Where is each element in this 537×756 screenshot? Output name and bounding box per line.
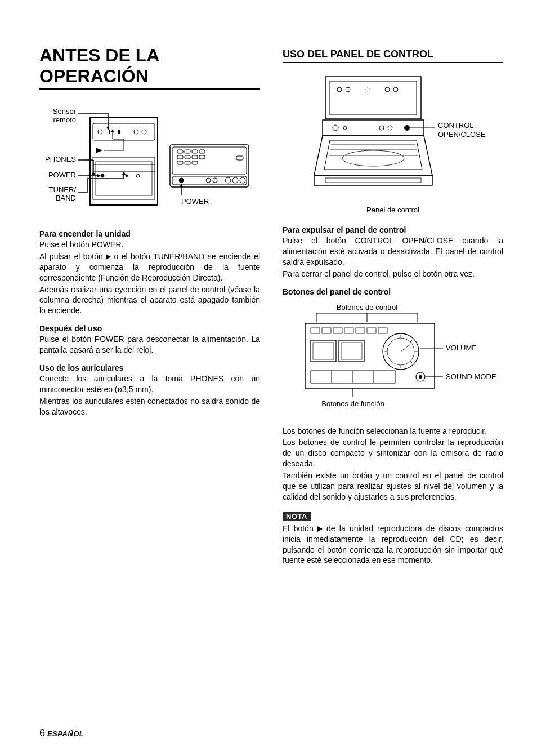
svg-marker-55 bbox=[180, 184, 183, 187]
para-buttons-3: También existe un botón y un control en … bbox=[283, 470, 503, 502]
svg-point-32 bbox=[136, 174, 140, 177]
figure-unit-front: Sensor remoto PHONES POWER TUNER/ BAND bbox=[39, 105, 260, 218]
label-control-l2: OPEN/CLOSE bbox=[438, 130, 486, 139]
svg-rect-90 bbox=[311, 340, 336, 362]
svg-point-59 bbox=[346, 87, 350, 92]
svg-marker-71 bbox=[324, 140, 422, 170]
svg-marker-20 bbox=[96, 148, 102, 153]
svg-rect-37 bbox=[192, 150, 198, 153]
fig2-caption: Panel de control bbox=[283, 206, 503, 214]
svg-point-30 bbox=[101, 174, 104, 177]
svg-line-102 bbox=[389, 361, 391, 363]
para-buttons-2: Los botones de control le permiten contr… bbox=[283, 437, 503, 469]
subhead-after-use: Después del uso bbox=[39, 324, 260, 333]
svg-rect-44 bbox=[185, 161, 190, 164]
para-power-2: Al pulsar el botón o el botón TUNER/BAND… bbox=[39, 251, 260, 283]
svg-rect-41 bbox=[192, 155, 198, 159]
svg-point-68 bbox=[404, 125, 410, 131]
svg-rect-35 bbox=[177, 150, 183, 153]
svg-rect-77 bbox=[325, 178, 421, 183]
svg-marker-25 bbox=[111, 129, 114, 132]
svg-rect-13 bbox=[90, 118, 158, 205]
nota-badge: NOTA bbox=[283, 512, 311, 521]
svg-rect-16 bbox=[109, 130, 110, 134]
para-head-1: Conecte los auriculares a la toma PHONES… bbox=[39, 373, 260, 395]
svg-point-19 bbox=[142, 130, 146, 134]
para-buttons-1: Los botones de función seleccionan la fu… bbox=[283, 426, 503, 437]
para-after-1: Pulse el botón POWER para desconectar la… bbox=[39, 334, 260, 355]
svg-rect-17 bbox=[118, 130, 120, 134]
svg-rect-45 bbox=[192, 161, 198, 164]
label-sensor-l2: remoto bbox=[53, 115, 76, 124]
svg-line-100 bbox=[389, 340, 391, 342]
svg-rect-89 bbox=[378, 328, 387, 333]
svg-marker-12 bbox=[122, 171, 126, 175]
subhead-headphones: Uso de los auriculares bbox=[39, 363, 260, 372]
svg-rect-42 bbox=[199, 155, 205, 159]
svg-point-65 bbox=[343, 126, 347, 130]
label-phones: PHONES bbox=[45, 155, 76, 163]
svg-rect-76 bbox=[314, 175, 432, 185]
svg-point-51 bbox=[225, 177, 231, 183]
svg-rect-87 bbox=[356, 328, 365, 333]
svg-rect-82 bbox=[305, 323, 435, 388]
svg-rect-36 bbox=[185, 150, 190, 153]
svg-point-18 bbox=[134, 130, 138, 134]
svg-point-48 bbox=[179, 178, 184, 183]
page-language: ESPAÑOL bbox=[47, 730, 84, 738]
svg-line-103 bbox=[410, 361, 413, 363]
figure-control-panel: CONTROL OPEN/CLOSE Panel de control bbox=[283, 74, 503, 214]
right-heading: USO DEL PANEL DE CONTROL bbox=[283, 48, 503, 63]
two-column-layout: ANTES DE LA OPERACIÓN Sensor remoto PHON… bbox=[39, 45, 503, 567]
svg-point-31 bbox=[126, 175, 128, 177]
svg-rect-40 bbox=[185, 155, 190, 159]
left-column: ANTES DE LA OPERACIÓN Sensor remoto PHON… bbox=[39, 45, 260, 567]
label-tuner-l1: TUNER/ bbox=[49, 185, 77, 194]
label-botones-control: Botones de control bbox=[337, 303, 398, 312]
svg-rect-85 bbox=[333, 328, 342, 333]
label-control-l1: CONTROL bbox=[438, 121, 474, 130]
page-footer: 6 ESPAÑOL bbox=[39, 727, 84, 739]
para-power-1: Pulse el botón POWER. bbox=[39, 239, 260, 250]
svg-point-58 bbox=[337, 87, 342, 92]
svg-rect-83 bbox=[311, 328, 320, 333]
svg-line-104 bbox=[401, 345, 410, 352]
figure-control-buttons: Botones de control bbox=[283, 302, 503, 415]
svg-rect-56 bbox=[325, 77, 421, 119]
label-power-left: POWER bbox=[48, 171, 76, 179]
svg-point-49 bbox=[206, 178, 211, 183]
svg-rect-88 bbox=[367, 328, 376, 333]
svg-rect-43 bbox=[177, 161, 183, 164]
svg-point-50 bbox=[213, 178, 217, 183]
svg-rect-91 bbox=[339, 340, 364, 362]
svg-rect-84 bbox=[322, 328, 331, 333]
svg-rect-105 bbox=[311, 371, 395, 383]
svg-rect-46 bbox=[236, 156, 243, 160]
subhead-eject: Para expulsar el panel de control bbox=[283, 225, 503, 234]
svg-point-15 bbox=[98, 130, 102, 134]
para-head-2: Mientras los auriculares estén conectado… bbox=[39, 396, 260, 417]
para-power-3: Además realizar una eyección en el panel… bbox=[39, 284, 260, 317]
subhead-power-on: Para encender la unidad bbox=[39, 229, 260, 238]
nota-para: El botón de la unidad reproductora de di… bbox=[283, 523, 503, 566]
label-tuner-l2: BAND bbox=[56, 194, 76, 202]
svg-point-60 bbox=[366, 88, 369, 91]
svg-rect-93 bbox=[341, 343, 362, 359]
svg-rect-92 bbox=[313, 343, 334, 359]
svg-point-66 bbox=[379, 126, 384, 130]
svg-point-67 bbox=[388, 126, 392, 130]
page-number: 6 bbox=[39, 727, 45, 739]
svg-rect-57 bbox=[330, 81, 417, 115]
svg-rect-38 bbox=[199, 150, 205, 153]
label-botones-funcion: Botones de función bbox=[321, 399, 384, 408]
svg-point-52 bbox=[232, 177, 238, 183]
svg-point-64 bbox=[333, 125, 338, 131]
svg-rect-34 bbox=[172, 147, 247, 174]
svg-point-110 bbox=[419, 375, 422, 379]
para-power-2a: Al pulsar el botón bbox=[39, 252, 106, 261]
label-volume: VOLUME bbox=[446, 344, 477, 352]
subhead-buttons: Botones del panel de control bbox=[283, 287, 503, 296]
svg-line-101 bbox=[410, 340, 413, 342]
label-sound-mode: SOUND MODE bbox=[446, 372, 496, 381]
svg-rect-86 bbox=[344, 328, 353, 333]
